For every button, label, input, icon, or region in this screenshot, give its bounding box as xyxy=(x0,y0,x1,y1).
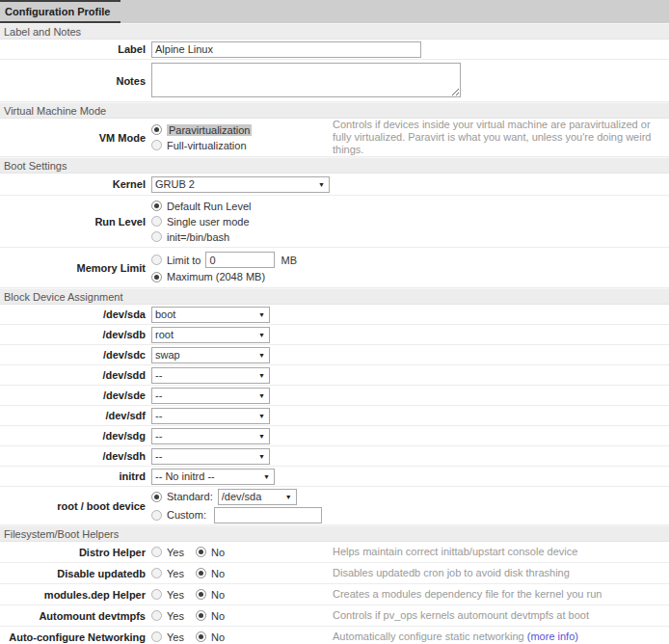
disable-updatedb-label: Disable updatedb xyxy=(0,568,151,579)
helper-row-modules-dep: modules.dep Helper Yes No Creates a modu… xyxy=(0,584,669,605)
dev-sdh-select[interactable]: -- xyxy=(151,448,270,465)
radio-single-user-mode[interactable] xyxy=(151,216,162,227)
yes-label[interactable]: Yes xyxy=(167,547,184,558)
kernel-row: Kernel GRUB 2 ▼ xyxy=(0,174,669,196)
kernel-select[interactable]: GRUB 2 xyxy=(151,176,330,193)
device-row-sdf: /dev/sdf -- ▼ xyxy=(0,406,669,426)
radio-no[interactable] xyxy=(196,631,206,642)
radio-full-virtualization-label[interactable]: Full-virtualization xyxy=(167,140,247,151)
radio-paravirtualization[interactable] xyxy=(151,124,162,135)
device-row-sde: /dev/sde -- ▼ xyxy=(0,386,669,406)
radio-yes[interactable] xyxy=(151,589,162,600)
tab-configuration-profile[interactable]: Configuration Profile xyxy=(0,0,120,23)
section-header-virtual-machine-mode: Virtual Machine Mode xyxy=(0,102,669,119)
radio-no[interactable] xyxy=(196,568,206,578)
dev-sdd-select[interactable]: -- xyxy=(151,367,270,384)
device-row-sdg: /dev/sdg -- ▼ xyxy=(0,426,669,446)
custom-device-input[interactable] xyxy=(214,507,322,523)
helper-row-distro-helper: Distro Helper Yes No Helps maintain corr… xyxy=(0,542,669,563)
no-label[interactable]: No xyxy=(211,547,225,558)
label-field-label: Label xyxy=(0,43,151,55)
initrd-label: initrd xyxy=(0,470,151,482)
no-label[interactable]: No xyxy=(211,631,225,643)
radio-init-bin-bash[interactable] xyxy=(151,231,162,242)
vm-mode-label: VM Mode xyxy=(0,132,151,144)
radio-full-virtualization[interactable] xyxy=(151,140,162,150)
radio-single-user-mode-label[interactable]: Single user mode xyxy=(167,216,250,228)
radio-limit-to-label[interactable]: Limit to xyxy=(167,255,201,266)
radio-no[interactable] xyxy=(196,547,206,557)
radio-paravirtualization-label[interactable]: Paravirtualization xyxy=(167,124,252,136)
radio-yes[interactable] xyxy=(151,547,162,557)
helper-row-auto-configure-networking: Auto-configure Networking Yes No Automat… xyxy=(0,627,669,644)
radio-default-run-level-label[interactable]: Default Run Level xyxy=(167,201,251,212)
dev-sdc-select[interactable]: swap xyxy=(151,347,270,363)
no-label[interactable]: No xyxy=(211,610,225,622)
helper-help-text: Automatically configure static networkin… xyxy=(333,631,669,643)
radio-default-run-level[interactable] xyxy=(151,201,162,211)
standard-device-select[interactable]: /dev/sda xyxy=(218,489,297,505)
radio-maximum-memory-label[interactable]: Maximum (2048 MB) xyxy=(167,271,265,282)
dev-sdc-label: /dev/sdc xyxy=(0,349,151,361)
radio-maximum-memory[interactable] xyxy=(151,272,162,282)
notes-field-label: Notes xyxy=(0,75,151,87)
section-header-label-and-notes: Label and Notes xyxy=(0,23,669,40)
radio-yes[interactable] xyxy=(151,568,162,578)
radio-standard-device-label[interactable]: Standard: xyxy=(167,491,213,502)
memory-limit-input[interactable] xyxy=(205,252,275,268)
dev-sdg-select[interactable]: -- xyxy=(151,428,270,444)
dev-sdf-select[interactable]: -- xyxy=(151,408,270,424)
device-row-sdb: /dev/sdb root ▼ xyxy=(0,325,669,345)
dev-sdb-select[interactable]: root xyxy=(151,327,270,343)
vm-mode-row: VM Mode Paravirtualization Full-virtuali… xyxy=(0,119,669,157)
device-row-sdh: /dev/sdh -- ▼ xyxy=(0,446,669,467)
radio-no[interactable] xyxy=(196,610,206,621)
label-input[interactable] xyxy=(151,41,421,58)
helper-help-text: Disables updatedb cron job to avoid disk… xyxy=(333,567,669,579)
automount-devtmpfs-label: Automount devtmpfs xyxy=(0,610,151,622)
radio-custom-device-label[interactable]: Custom: xyxy=(167,509,206,521)
kernel-label: Kernel xyxy=(0,178,151,190)
notes-textarea[interactable] xyxy=(151,63,461,97)
root-boot-device-row: root / boot device Standard: /dev/sda ▼ … xyxy=(0,487,669,525)
memory-limit-label: Memory Limit xyxy=(0,262,151,274)
root-boot-device-label: root / boot device xyxy=(0,500,151,512)
radio-yes[interactable] xyxy=(151,631,162,642)
dev-sda-select[interactable]: boot xyxy=(151,307,270,323)
memory-limit-row: Memory Limit Limit to MB Maximum (2048 M… xyxy=(0,248,669,288)
initrd-row: initrd -- No initrd -- ▼ xyxy=(0,467,669,487)
yes-label[interactable]: Yes xyxy=(167,568,184,579)
distro-helper-label: Distro Helper xyxy=(0,547,151,558)
radio-standard-device[interactable] xyxy=(151,492,162,502)
notes-row: Notes xyxy=(0,60,669,102)
no-label[interactable]: No xyxy=(211,589,225,601)
helper-help-text: Helps maintain correct inittab/upstart c… xyxy=(333,546,669,558)
modules-dep-helper-label: modules.dep Helper xyxy=(0,589,151,601)
run-level-label: Run Level xyxy=(0,216,151,228)
radio-limit-to[interactable] xyxy=(151,255,162,265)
radio-yes[interactable] xyxy=(151,610,162,621)
dev-sdb-label: /dev/sdb xyxy=(0,329,151,340)
no-label[interactable]: No xyxy=(211,568,225,579)
dev-sde-select[interactable]: -- xyxy=(151,388,270,404)
section-header-block-device-assignment: Block Device Assignment xyxy=(0,288,669,305)
vm-mode-help: Controls if devices inside your virtual … xyxy=(333,119,669,156)
page-title: Configuration Profile xyxy=(5,6,110,17)
helper-help-text: Creates a modules dependency file for th… xyxy=(333,588,669,601)
yes-label[interactable]: Yes xyxy=(167,589,184,601)
initrd-select[interactable]: -- No initrd -- xyxy=(151,469,275,485)
section-header-filesystem-boot-helpers: Filesystem/Boot Helpers xyxy=(0,525,669,542)
radio-no[interactable] xyxy=(196,589,206,600)
yes-label[interactable]: Yes xyxy=(167,610,184,622)
radio-custom-device[interactable] xyxy=(151,510,162,521)
more-info-link[interactable]: (more info) xyxy=(527,631,578,642)
helper-row-disable-updatedb: Disable updatedb Yes No Disables updated… xyxy=(0,563,669,584)
dev-sdf-label: /dev/sdf xyxy=(0,410,151,421)
helper-row-automount-devtmpfs: Automount devtmpfs Yes No Controls if pv… xyxy=(0,605,669,627)
radio-init-bin-bash-label[interactable]: init=/bin/bash xyxy=(167,231,229,243)
section-header-boot-settings: Boot Settings xyxy=(0,157,669,174)
run-level-row: Run Level Default Run Level Single user … xyxy=(0,196,669,248)
label-row: Label xyxy=(0,40,669,60)
yes-label[interactable]: Yes xyxy=(167,631,184,643)
dev-sdg-label: /dev/sdg xyxy=(0,430,151,442)
